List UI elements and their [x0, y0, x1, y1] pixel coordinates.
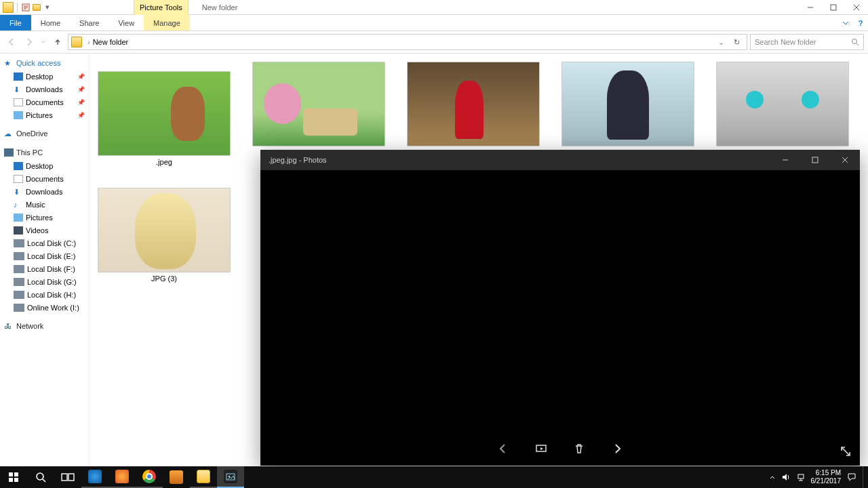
navpane-local-h[interactable]: Local Disk (H:)	[4, 288, 89, 301]
navpane-network[interactable]: 🖧Network	[4, 319, 89, 333]
navpane-pc-downloads[interactable]: ⬇Downloads	[4, 185, 89, 198]
taskbar-edge[interactable]	[81, 466, 108, 488]
taskbar-chrome[interactable]	[136, 466, 163, 488]
tab-file[interactable]: File	[0, 15, 31, 30]
navpane-qa-pictures[interactable]: Pictures📌	[4, 108, 89, 121]
navpane-pc-music[interactable]: ♪Music	[4, 198, 89, 211]
photos-close-button[interactable]	[830, 150, 860, 170]
taskbar-photos[interactable]	[217, 466, 244, 488]
svg-rect-8	[14, 478, 18, 482]
photos-maximize-button[interactable]	[800, 150, 830, 170]
navpane-online-i[interactable]: Online Work (I:)	[4, 301, 89, 314]
tab-share[interactable]: Share	[70, 15, 108, 30]
navpane-qa-desktop[interactable]: Desktop📌	[4, 70, 89, 83]
tray-action-center-icon[interactable]	[846, 472, 857, 483]
qat-newfolder-icon[interactable]	[32, 3, 41, 12]
navpane-pc-videos[interactable]: Videos	[4, 224, 89, 237]
photos-fullscreen-button[interactable]	[840, 445, 852, 458]
svg-rect-7	[9, 478, 13, 482]
file-item[interactable]: JPG (3)	[98, 188, 231, 283]
photos-delete-button[interactable]	[569, 439, 589, 459]
chevron-right-icon[interactable]: ›	[87, 38, 90, 46]
minimize-button[interactable]	[799, 0, 822, 15]
chrome-icon	[142, 470, 156, 483]
drive-icon	[14, 239, 24, 247]
address-bar: › New folder ⌄ ↻ Search New folder	[0, 31, 868, 54]
thumbnail-image	[716, 62, 849, 146]
svg-rect-1	[831, 5, 836, 10]
navpane-quick-access[interactable]: ★Quick access	[4, 56, 89, 70]
taskbar: 6:15 PM 6/21/2017	[0, 466, 868, 488]
nav-up-button[interactable]	[50, 35, 65, 49]
navpane-pc-documents[interactable]: Documents	[4, 172, 89, 185]
nav-recent-dropdown[interactable]	[39, 35, 47, 49]
music-icon: ♪	[14, 201, 23, 209]
qat-properties-icon[interactable]	[21, 3, 31, 12]
navpane-qa-documents[interactable]: Documents📌	[4, 96, 89, 108]
desktop-icon	[14, 162, 23, 170]
photos-slideshow-button[interactable]	[531, 439, 551, 459]
navpane-this-pc[interactable]: This PC	[4, 146, 89, 159]
navpane-local-e[interactable]: Local Disk (E:)	[4, 249, 89, 262]
folder-icon	[71, 37, 82, 47]
drive-icon	[14, 291, 24, 299]
thumbnail-image	[561, 62, 694, 146]
breadcrumb[interactable]: › New folder ⌄ ↻	[68, 34, 747, 50]
taskbar-firefox[interactable]	[108, 466, 136, 488]
navpane-onedrive[interactable]: ☁OneDrive	[4, 127, 89, 140]
tray-network-icon[interactable]	[796, 472, 806, 482]
photos-title: .jpeg.jpg - Photos	[269, 156, 327, 164]
navpane-local-f[interactable]: Local Disk (F:)	[4, 262, 89, 275]
file-item[interactable]: .jpeg	[98, 71, 231, 166]
refresh-icon[interactable]: ↻	[730, 38, 744, 47]
photos-titlebar[interactable]: .jpeg.jpg - Photos	[260, 150, 860, 170]
start-button[interactable]	[0, 466, 27, 488]
drive-icon	[14, 265, 24, 273]
photos-next-button[interactable]	[607, 439, 627, 459]
navpane-pc-pictures[interactable]: Pictures	[4, 211, 89, 224]
search-input[interactable]: Search New folder	[750, 34, 864, 50]
qat-customize-icon[interactable]: ▾	[43, 3, 52, 12]
svg-rect-5	[9, 472, 13, 476]
svg-point-2	[852, 39, 857, 44]
ribbon-expand-icon[interactable]	[838, 15, 853, 30]
breadcrumb-dropdown-icon[interactable]: ⌄	[714, 38, 728, 47]
desktop-icon	[14, 73, 23, 81]
tab-home[interactable]: Home	[31, 15, 70, 30]
context-tab-label: Picture Tools	[140, 3, 182, 12]
winamp-icon	[170, 470, 183, 484]
taskview-button[interactable]	[54, 466, 81, 488]
drive-icon	[14, 278, 24, 286]
tab-manage[interactable]: Manage	[144, 15, 190, 30]
breadcrumb-current[interactable]: New folder	[93, 38, 129, 46]
pc-icon	[4, 148, 14, 157]
documents-icon	[14, 175, 23, 183]
nav-back-button[interactable]	[4, 35, 19, 49]
close-button[interactable]	[845, 0, 868, 15]
downloads-icon: ⬇	[14, 188, 23, 196]
videos-icon	[14, 226, 23, 235]
navpane-local-g[interactable]: Local Disk (G:)	[4, 275, 89, 288]
tab-view[interactable]: View	[108, 15, 144, 30]
taskbar-explorer[interactable]	[190, 466, 217, 488]
taskbar-winamp[interactable]	[163, 466, 190, 488]
svg-rect-3	[812, 157, 818, 163]
nav-forward-button[interactable]	[22, 35, 37, 49]
photos-viewport[interactable]	[260, 170, 860, 466]
file-name: JPG (3)	[151, 274, 177, 283]
navpane-qa-downloads[interactable]: ⬇Downloads📌	[4, 83, 89, 96]
taskbar-search-button[interactable]	[27, 466, 54, 488]
photos-prev-button[interactable]	[493, 439, 513, 459]
navpane-pc-desktop[interactable]: Desktop	[4, 159, 89, 172]
maximize-button[interactable]	[822, 0, 845, 15]
tray-show-desktop[interactable]	[863, 466, 867, 488]
help-icon[interactable]: ?	[853, 15, 868, 30]
file-name: .jpeg	[156, 158, 172, 166]
tray-volume-icon[interactable]	[781, 472, 791, 482]
svg-rect-11	[68, 474, 74, 481]
tray-chevron-up-icon[interactable]	[769, 474, 776, 481]
tray-date: 6/21/2017	[811, 477, 842, 485]
tray-clock[interactable]: 6:15 PM 6/21/2017	[811, 469, 842, 485]
navpane-local-c[interactable]: Local Disk (C:)	[4, 237, 89, 249]
photos-minimize-button[interactable]	[770, 150, 800, 170]
